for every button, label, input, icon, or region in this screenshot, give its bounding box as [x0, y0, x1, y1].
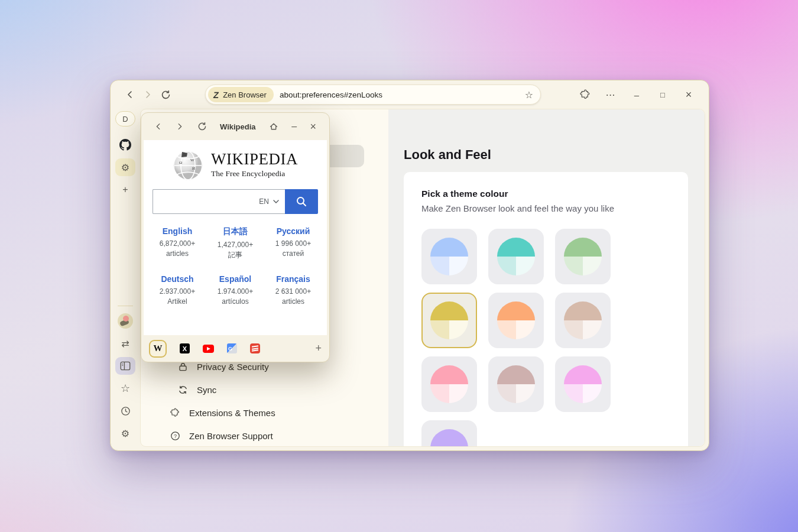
page-title: Look and Feel: [404, 147, 705, 163]
mini-back-button[interactable]: [154, 122, 163, 131]
mini-minimize-button[interactable]: –: [291, 121, 297, 132]
mini-reload-button[interactable]: [197, 122, 207, 131]
bookmark-star-icon[interactable]: ☆: [525, 89, 533, 100]
workspace-pill[interactable]: D: [115, 111, 135, 126]
wikipedia-language-grid: English6,872,000+articles 日本語1,427,000+記…: [148, 226, 322, 307]
browser-sidebar: D ⚙ + ⇄ ☆ ⚙: [111, 109, 140, 450]
favorite-google-translate[interactable]: G: [227, 343, 237, 353]
sync-icon: [178, 385, 188, 395]
history-button[interactable]: [115, 402, 135, 420]
nav-item-sync[interactable]: Sync: [170, 380, 275, 399]
swatch-circle: [497, 365, 535, 403]
wikipedia-wordmark: WIKIPEDIA: [211, 151, 298, 167]
nav-item-extensions-themes[interactable]: Extensions & Themes: [170, 403, 275, 422]
back-button[interactable]: [121, 86, 139, 103]
favorite-x[interactable]: X: [180, 343, 190, 353]
star-icon: ☆: [121, 382, 130, 395]
reload-icon: [197, 122, 207, 131]
card-subtitle: Make Zen Browser look and feel the way y…: [421, 203, 670, 213]
plus-icon: +: [122, 184, 128, 195]
look-and-feel-panel: Look and Feel Pick a theme colour Make Z…: [388, 109, 705, 446]
maximize-button[interactable]: □: [653, 86, 672, 103]
bookmarks-button[interactable]: ☆: [115, 379, 135, 397]
gear-icon: ⚙: [121, 428, 129, 439]
chevron-down-icon: [273, 200, 279, 204]
add-favorite-button[interactable]: +: [315, 342, 322, 355]
swatch-circle: [430, 301, 468, 339]
zen-logo-icon: Z: [213, 90, 220, 100]
back-icon: [154, 122, 163, 131]
toggle-sidebar-button[interactable]: [115, 357, 135, 375]
profile-avatar[interactable]: [118, 313, 133, 329]
browser-toolbar: Z Zen Browser about:preferences#zenLooks…: [111, 80, 709, 109]
mini-close-button[interactable]: ×: [310, 121, 316, 133]
language-link[interactable]: Español1.974.000+artículos: [206, 274, 264, 307]
language-link[interactable]: Deutsch2.937.000+Artikel: [148, 274, 206, 307]
nav-item-support[interactable]: ? Zen Browser Support: [170, 426, 275, 445]
wikipedia-favicon: W: [154, 343, 163, 353]
minimize-icon: –: [291, 121, 297, 131]
theme-swatch-gold-selected[interactable]: [421, 293, 477, 348]
theme-swatch-teal[interactable]: [488, 229, 544, 284]
new-tab-button[interactable]: +: [115, 181, 135, 199]
swatch-circle: [564, 238, 602, 275]
forward-icon: [143, 90, 153, 99]
history-clock-icon: [121, 406, 131, 416]
sidebar-item-github[interactable]: [115, 136, 135, 154]
theme-swatch-mauve[interactable]: [488, 356, 544, 412]
favorite-wikipedia-active[interactable]: W: [149, 340, 167, 358]
question-circle-icon: ?: [170, 431, 180, 441]
theme-swatch-orange[interactable]: [488, 293, 544, 348]
language-link[interactable]: Русский1 996 000+статей: [264, 226, 322, 261]
puzzle-icon: [579, 89, 591, 100]
minimize-icon: –: [634, 90, 639, 100]
wikipedia-search-input[interactable]: EN: [153, 189, 285, 214]
home-icon: [269, 122, 278, 131]
theme-swatch-blue[interactable]: [421, 229, 477, 284]
menu-button[interactable]: ⋯: [601, 86, 620, 103]
reload-icon: [161, 90, 171, 100]
sidebar-panel-icon: [120, 361, 131, 371]
language-link[interactable]: 日本語1,427,000+記事: [206, 226, 264, 261]
sidebar-tab-settings-active[interactable]: ⚙: [115, 158, 135, 176]
x-favicon: X: [183, 345, 187, 352]
workspace-switch-button[interactable]: ⇄: [115, 335, 135, 352]
favorite-youtube[interactable]: [203, 345, 214, 353]
url-bar[interactable]: Z Zen Browser about:preferences#zenLooks…: [205, 85, 541, 105]
forward-icon: [176, 122, 184, 131]
reload-button[interactable]: [157, 86, 174, 103]
settings-button[interactable]: ⚙: [115, 424, 135, 442]
svg-text:И: И: [192, 166, 195, 171]
language-link[interactable]: English6,872,000+articles: [148, 226, 206, 261]
sidebar-divider: [118, 306, 133, 306]
swatch-circle: [430, 238, 468, 275]
swatch-circle: [497, 301, 535, 339]
mini-home-button[interactable]: [269, 122, 278, 131]
svg-text:?: ?: [174, 433, 177, 439]
site-badge-label: Zen Browser: [223, 90, 267, 99]
swatch-circle: [430, 429, 468, 446]
site-identity-badge[interactable]: Z Zen Browser: [208, 87, 274, 102]
wikipedia-page: Ω W И WIKIPEDIA The Free Encyclopedia EN…: [144, 140, 327, 335]
theme-swatch-purple[interactable]: [421, 420, 477, 446]
theme-swatch-green[interactable]: [555, 229, 611, 284]
swatch-circle: [430, 365, 468, 403]
language-link[interactable]: Français2 631 000+articles: [264, 274, 322, 307]
theme-swatch-magenta[interactable]: [555, 356, 611, 412]
language-selector[interactable]: EN: [259, 197, 269, 206]
wikipedia-search-button[interactable]: [285, 189, 318, 214]
lock-icon: [178, 362, 188, 372]
forward-button[interactable]: [139, 86, 157, 103]
extensions-button[interactable]: [575, 86, 594, 103]
minimize-button[interactable]: –: [627, 86, 646, 103]
theme-swatch-tan[interactable]: [555, 293, 611, 348]
favorite-todoist[interactable]: [250, 343, 260, 353]
theme-grid: [421, 229, 670, 446]
card-title: Pick a theme colour: [421, 189, 670, 199]
nav-label: Extensions & Themes: [189, 408, 275, 418]
close-button[interactable]: ×: [679, 86, 698, 103]
theme-swatch-pink[interactable]: [421, 356, 477, 412]
nav-label: Privacy & Security: [197, 362, 269, 372]
back-icon: [125, 90, 135, 99]
mini-forward-button[interactable]: [176, 122, 184, 131]
